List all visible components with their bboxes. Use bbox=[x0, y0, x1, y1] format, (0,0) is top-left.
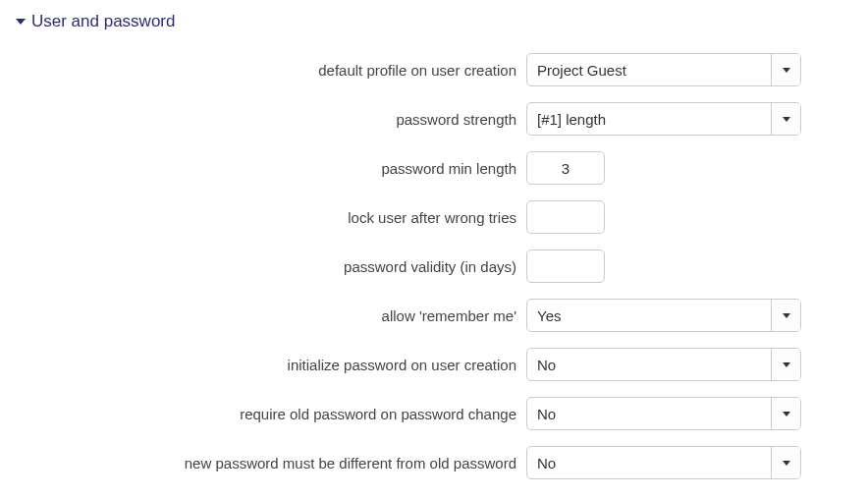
input-password-min-length[interactable] bbox=[526, 151, 605, 185]
row-password-strength: password strength [#1] length bbox=[16, 102, 852, 136]
dropdown-value: [#1] length bbox=[527, 103, 771, 135]
row-password-validity: password validity (in days) bbox=[16, 250, 852, 283]
input-password-validity[interactable] bbox=[526, 250, 605, 283]
label-must-differ: new password must be different from old … bbox=[16, 455, 526, 471]
chevron-down-icon bbox=[783, 412, 790, 416]
row-password-min-length: password min length bbox=[16, 151, 852, 185]
dropdown-password-strength[interactable]: [#1] length bbox=[526, 102, 801, 136]
label-default-profile: default profile on user creation bbox=[16, 62, 526, 79]
section-title: User and password bbox=[31, 12, 175, 31]
row-allow-remember: allow 'remember me' Yes bbox=[16, 299, 852, 332]
dropdown-default-profile[interactable]: Project Guest bbox=[526, 53, 801, 86]
dropdown-button[interactable] bbox=[771, 398, 800, 429]
row-must-differ: new password must be different from old … bbox=[16, 446, 852, 479]
dropdown-button[interactable] bbox=[771, 349, 800, 380]
dropdown-allow-remember[interactable]: Yes bbox=[526, 299, 801, 332]
dropdown-init-password[interactable]: No bbox=[526, 348, 801, 381]
row-require-old: require old password on password change … bbox=[16, 397, 852, 430]
row-init-password: initialize password on user creation No bbox=[16, 348, 852, 381]
chevron-down-icon bbox=[783, 313, 790, 318]
dropdown-button[interactable] bbox=[771, 447, 800, 478]
label-init-password: initialize password on user creation bbox=[16, 357, 526, 373]
chevron-down-icon bbox=[783, 117, 790, 122]
row-default-profile: default profile on user creation Project… bbox=[16, 53, 852, 86]
row-lock-user: lock user after wrong tries bbox=[16, 200, 852, 234]
chevron-down-icon bbox=[783, 461, 790, 466]
chevron-down-icon bbox=[783, 68, 790, 73]
caret-down-icon bbox=[16, 19, 26, 25]
section-header-user-and-password[interactable]: User and password bbox=[16, 12, 852, 31]
label-require-old: require old password on password change bbox=[16, 406, 526, 422]
dropdown-button[interactable] bbox=[771, 54, 800, 85]
dropdown-value: Project Guest bbox=[527, 54, 771, 85]
label-allow-remember: allow 'remember me' bbox=[16, 307, 526, 324]
dropdown-must-differ[interactable]: No bbox=[526, 446, 801, 479]
dropdown-value: No bbox=[527, 398, 771, 429]
dropdown-value: No bbox=[527, 447, 771, 478]
dropdown-button[interactable] bbox=[771, 103, 800, 135]
form-container: default profile on user creation Project… bbox=[16, 53, 852, 479]
label-password-min-length: password min length bbox=[16, 160, 526, 177]
dropdown-value: No bbox=[527, 349, 771, 380]
input-lock-user[interactable] bbox=[526, 200, 605, 234]
dropdown-button[interactable] bbox=[771, 300, 800, 331]
chevron-down-icon bbox=[783, 362, 790, 367]
label-password-strength: password strength bbox=[16, 111, 526, 128]
label-password-validity: password validity (in days) bbox=[16, 258, 526, 275]
label-lock-user: lock user after wrong tries bbox=[16, 209, 526, 226]
dropdown-require-old[interactable]: No bbox=[526, 397, 801, 430]
dropdown-value: Yes bbox=[527, 300, 771, 331]
